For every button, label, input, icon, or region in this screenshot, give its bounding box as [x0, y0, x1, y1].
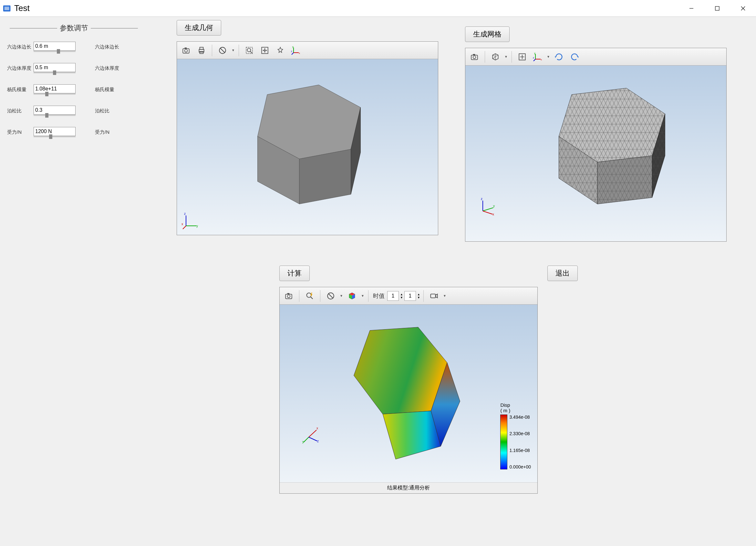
dropdown-icon[interactable]: ▼ — [504, 55, 508, 58]
svg-line-73 — [304, 437, 309, 442]
param-thickness-label: 六边体厚度 — [7, 65, 34, 71]
spin-down-icon[interactable]: ▼ — [400, 296, 403, 299]
svg-text:y: y — [196, 224, 198, 228]
sidebar: 参数调节 六边体边长 0.6 m 六边体边长 六边体厚度 0.5 m 六边体厚度… — [0, 17, 147, 546]
time-value-input[interactable]: 1 — [387, 291, 399, 301]
camera-icon[interactable] — [282, 289, 296, 303]
axis-gizmo: xyz — [302, 424, 322, 444]
sidebar-heading-label: 参数调节 — [60, 23, 88, 33]
param-youngs-label: 杨氏模量 — [7, 87, 34, 93]
dropdown-icon[interactable]: ▼ — [546, 55, 551, 58]
zoom-window-icon[interactable] — [242, 43, 256, 57]
legend-title-line1: Disp — [500, 402, 510, 408]
svg-line-53 — [483, 208, 493, 211]
spin-down-icon[interactable]: ▼ — [417, 296, 420, 299]
no-entry-icon[interactable] — [324, 289, 338, 303]
rotate-ccw-icon[interactable] — [567, 50, 582, 64]
window-title: Test — [14, 3, 30, 13]
result-canvas[interactable]: xyz Disp ( m ) 3.494e-08 2.330e-08 1.165… — [280, 305, 537, 482]
geometry-canvas[interactable]: zyx — [177, 59, 438, 235]
geometry-viewport: ▼ yxz zyx — [177, 41, 438, 235]
camera-icon[interactable] — [467, 50, 482, 64]
spin-up-icon[interactable]: ▲ — [417, 293, 420, 296]
result-toolbar: ▼ ▼ 时值 1 ▲▼ 1 ▲▼ ▼ — [280, 287, 537, 305]
legend-tick: 0.000e+00 — [509, 464, 531, 469]
svg-rect-2 — [715, 6, 719, 10]
param-force-label2: 受力/N — [95, 129, 109, 135]
svg-rect-35 — [473, 54, 475, 55]
param-edge-length-label: 六边体边长 — [7, 44, 34, 50]
svg-line-55 — [483, 211, 492, 214]
svg-text:x: x — [299, 52, 300, 55]
minimize-button[interactable] — [678, 0, 704, 17]
time-label: 时值 — [373, 292, 385, 300]
generate-geometry-button[interactable]: 生成几何 — [177, 20, 221, 36]
close-button[interactable] — [730, 0, 756, 17]
param-row-youngs: 杨氏模量 1.08e+11 杨氏模量 — [7, 79, 140, 100]
fit-view-icon[interactable] — [258, 43, 272, 57]
dropdown-icon[interactable]: ▼ — [339, 294, 344, 298]
mesh-canvas[interactable]: zyx — [465, 66, 726, 241]
fit-view-icon[interactable] — [515, 50, 529, 64]
exit-button[interactable]: 退出 — [547, 265, 578, 281]
param-force-slider[interactable] — [34, 136, 76, 137]
svg-text:x: x — [181, 222, 183, 226]
window-controls — [678, 0, 756, 17]
svg-point-6 — [185, 49, 188, 52]
svg-point-58 — [287, 295, 290, 298]
zoom-lightning-icon[interactable] — [303, 289, 317, 303]
mesh-viewport: ▼ yxz ▼ — [465, 48, 727, 242]
param-edge-length-slider[interactable] — [34, 51, 76, 52]
svg-line-61 — [310, 297, 313, 299]
axis-triad-icon[interactable]: yxz — [531, 50, 545, 64]
video-icon[interactable] — [427, 289, 441, 303]
svg-text:y: y — [534, 52, 535, 55]
maximize-button[interactable] — [704, 0, 730, 17]
param-poisson-label: 泊松比 — [7, 108, 34, 114]
legend-colorbar — [500, 415, 507, 469]
svg-marker-25 — [299, 149, 351, 204]
dropdown-icon[interactable]: ▼ — [442, 294, 447, 298]
svg-rect-7 — [185, 47, 187, 48]
geometry-toolbar: ▼ yxz — [177, 42, 438, 59]
svg-line-15 — [250, 51, 252, 53]
dropdown-icon[interactable]: ▼ — [231, 48, 235, 52]
param-force-label: 受力/N — [7, 129, 34, 135]
axis-triad-icon[interactable]: yxz — [289, 43, 303, 57]
param-youngs-label2: 杨氏模量 — [95, 87, 114, 93]
color-cube-icon[interactable] — [345, 289, 359, 303]
color-legend: Disp ( m ) 3.494e-08 2.330e-08 1.165e-08… — [500, 403, 531, 469]
svg-marker-68 — [354, 327, 447, 414]
dropdown-icon[interactable]: ▼ — [360, 294, 365, 298]
spin-up-icon[interactable]: ▲ — [400, 293, 403, 296]
svg-line-71 — [309, 430, 316, 437]
svg-text:x: x — [316, 427, 318, 430]
legend-tick: 2.330e-08 — [509, 431, 531, 436]
compute-button[interactable]: 计算 — [279, 265, 310, 281]
param-thickness-slider[interactable] — [34, 72, 76, 73]
star-tool-icon[interactable] — [273, 43, 287, 57]
param-youngs-slider[interactable] — [34, 93, 76, 95]
print-icon[interactable] — [194, 43, 209, 57]
param-row-thickness: 六边体厚度 0.5 m 六边体厚度 — [7, 57, 140, 79]
result-viewport: ▼ ▼ 时值 1 ▲▼ 1 ▲▼ ▼ — [279, 287, 538, 494]
svg-rect-59 — [287, 293, 290, 294]
step-value-input[interactable]: 1 — [404, 291, 416, 301]
rotate-cw-icon[interactable] — [552, 50, 566, 64]
axis-gizmo: zyx — [181, 211, 201, 230]
cube-view-icon[interactable] — [488, 50, 502, 64]
no-entry-icon[interactable] — [215, 43, 230, 57]
param-poisson-slider[interactable] — [34, 115, 76, 116]
legend-tick: 1.165e-08 — [509, 448, 531, 453]
svg-text:x: x — [492, 212, 494, 215]
svg-marker-48 — [597, 156, 652, 204]
legend-tick: 3.494e-08 — [509, 415, 531, 420]
svg-line-31 — [183, 226, 186, 229]
camera-icon[interactable] — [179, 43, 193, 57]
svg-text:z: z — [481, 197, 482, 201]
generate-mesh-button[interactable]: 生成网格 — [465, 26, 510, 42]
axis-gizmo: zyx — [478, 196, 498, 215]
param-row-poisson: 泊松比 0.3 泊松比 — [7, 100, 140, 121]
app-icon — [3, 4, 12, 13]
sidebar-heading: 参数调节 — [7, 23, 140, 33]
